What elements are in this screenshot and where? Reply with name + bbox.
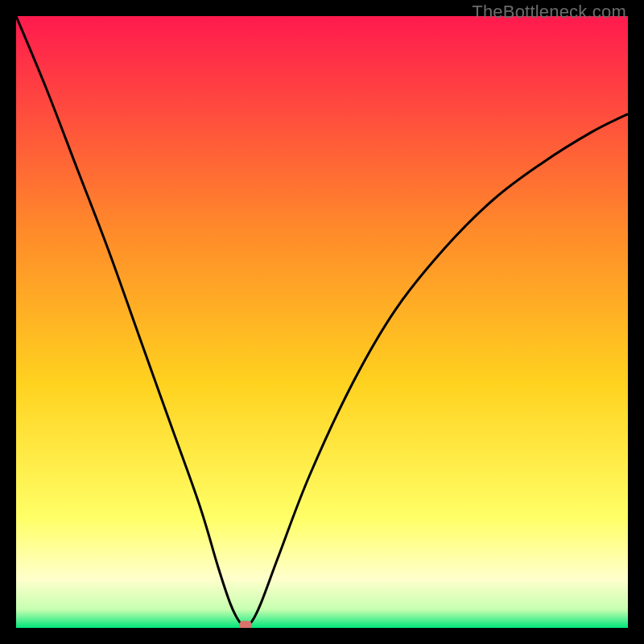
bottleneck-chart [16, 16, 628, 628]
watermark-label: TheBottleneck.com [472, 2, 626, 23]
gradient-background [16, 16, 628, 628]
optimum-marker [239, 621, 252, 628]
chart-frame [16, 16, 628, 628]
